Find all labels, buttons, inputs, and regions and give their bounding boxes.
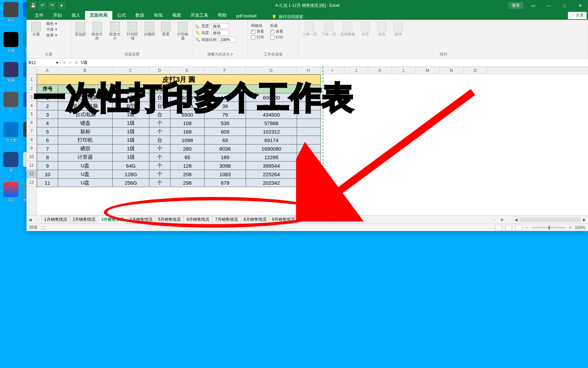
cell[interactable]: U盘 xyxy=(58,179,113,187)
cell[interactable]: 个 xyxy=(149,170,170,179)
width-input[interactable] xyxy=(211,23,229,29)
column-header[interactable]: A xyxy=(37,67,58,74)
cell[interactable]: 键盘 xyxy=(58,119,113,127)
zoom-slider[interactable] xyxy=(532,227,566,228)
redo-icon[interactable]: ↷ xyxy=(48,2,56,9)
cell[interactable] xyxy=(297,127,321,136)
cell[interactable]: 1级 xyxy=(113,144,149,153)
cell[interactable] xyxy=(297,144,321,153)
cell[interactable]: 硒鼓 xyxy=(58,144,113,153)
cell[interactable]: 396544 xyxy=(246,162,297,170)
login-button[interactable]: 登录 xyxy=(508,2,523,9)
minimize-icon[interactable]: — xyxy=(541,0,557,11)
cell[interactable] xyxy=(297,153,321,162)
rotate-button[interactable]: 旋转 xyxy=(391,21,406,37)
cell[interactable]: 298 xyxy=(170,179,205,187)
undo-icon[interactable]: ↶ xyxy=(39,2,46,9)
desktop-icon[interactable]: 本站 xyxy=(1,2,21,26)
sheet-tab[interactable]: 9月销售情况 xyxy=(269,216,298,224)
cell[interactable]: 计算器 xyxy=(58,153,113,162)
sheet-tab[interactable]: 11月销售情况 xyxy=(328,216,359,224)
tab-nav-more-icon[interactable]: ··· xyxy=(34,217,41,222)
sheet-tab[interactable]: 10月销售情况 xyxy=(297,216,328,224)
formula-bar[interactable]: U盘 xyxy=(81,60,586,65)
cell[interactable]: 1098 xyxy=(170,136,205,144)
cell[interactable]: 12285 xyxy=(246,153,297,162)
cell[interactable]: 202342 xyxy=(246,179,297,187)
group-button[interactable]: 组合 xyxy=(374,21,389,37)
tab-nav-more-right-icon[interactable]: ··· xyxy=(491,217,498,222)
sheet-tab[interactable]: 3月销售情况 xyxy=(98,216,127,224)
cell[interactable]: 208 xyxy=(170,170,205,179)
cell[interactable]: U盘 xyxy=(58,170,113,179)
column-header[interactable]: J xyxy=(344,67,368,74)
row-header[interactable]: 6 xyxy=(27,119,37,127)
height-input[interactable] xyxy=(211,30,229,35)
background-button[interactable]: 背景 xyxy=(158,21,173,37)
cell[interactable]: 128 xyxy=(170,162,205,170)
table-row[interactable]: 11U盘256G个298679202342 xyxy=(37,179,321,187)
fx-icon[interactable]: fx xyxy=(75,60,78,65)
normal-view-icon[interactable] xyxy=(495,225,502,230)
column-header[interactable]: F xyxy=(204,67,246,74)
tab-insert[interactable]: 插入 xyxy=(67,11,85,20)
cell[interactable] xyxy=(297,179,321,187)
ribbon-options-icon[interactable]: ▭ xyxy=(525,0,541,11)
zoom-level[interactable]: 100% xyxy=(575,225,585,230)
cell[interactable]: 63 xyxy=(205,136,246,144)
cell[interactable]: 679 xyxy=(205,179,246,187)
breaks-button[interactable]: 分隔符 xyxy=(142,21,157,37)
tab-home[interactable]: 开始 xyxy=(48,11,67,20)
column-header[interactable]: L xyxy=(392,67,416,74)
cell[interactable]: 10 xyxy=(37,170,58,179)
cell[interactable]: 65 xyxy=(170,153,205,162)
cell[interactable]: 个 xyxy=(149,179,170,187)
share-button[interactable]: ↗ 共享 xyxy=(568,12,587,19)
desktop-icon[interactable]: QQ xyxy=(1,182,21,206)
desktop-icon[interactable]: 电脑 xyxy=(1,62,21,86)
table-row[interactable]: 6打印机1级台10986369174 xyxy=(37,136,321,144)
column-header[interactable]: M xyxy=(416,67,440,74)
scale-input[interactable] xyxy=(219,37,236,42)
name-box[interactable]: B12▾ xyxy=(27,60,61,65)
row-header[interactable]: 7 xyxy=(27,127,37,136)
cell[interactable]: 64G xyxy=(113,162,149,170)
sheet-tab[interactable]: 1月销售情况 xyxy=(41,216,70,224)
hscroll-right-icon[interactable]: ▶ xyxy=(581,217,588,222)
cell[interactable]: 536 xyxy=(205,119,246,127)
cell[interactable] xyxy=(297,170,321,179)
cell[interactable]: U盘 xyxy=(58,162,113,170)
sheet-tab[interactable]: 5月销售情况 xyxy=(155,216,184,224)
cell[interactable]: 225264 xyxy=(246,170,297,179)
column-header[interactable]: O xyxy=(463,67,487,74)
cancel-formula-icon[interactable]: ✕ xyxy=(63,60,66,65)
select-all-corner[interactable] xyxy=(27,67,37,74)
tab-view[interactable]: 视图 xyxy=(167,11,186,20)
row-header[interactable]: 13 xyxy=(27,178,37,187)
hscroll-left-icon[interactable]: ◀ xyxy=(512,217,520,222)
gridlines-view-check[interactable]: 查看 xyxy=(251,29,264,34)
column-header[interactable]: E xyxy=(170,67,204,74)
cell[interactable]: 609 xyxy=(205,127,246,136)
cell[interactable]: 57888 xyxy=(246,119,297,127)
print-titles-button[interactable]: 打印标题 xyxy=(175,21,191,41)
cell[interactable]: 台 xyxy=(149,136,170,144)
colors-button[interactable]: 颜色 ▾ xyxy=(45,21,57,26)
table-row[interactable]: 7硒鼓1级个28060361690080 xyxy=(37,144,321,153)
row-header[interactable]: 10 xyxy=(27,153,37,161)
column-header[interactable]: N xyxy=(440,67,463,74)
cell[interactable]: 1级 xyxy=(113,127,149,136)
table-row[interactable]: 5鼠标1级个168609102312 xyxy=(37,127,321,136)
maximize-icon[interactable]: □ xyxy=(557,0,572,11)
page-break-view-icon[interactable] xyxy=(516,225,522,230)
tab-page-layout[interactable]: 页面布局 xyxy=(85,11,112,20)
cell[interactable]: 168 xyxy=(170,127,205,136)
orientation-button[interactable]: 纸张方向 xyxy=(89,21,105,41)
send-backward-button[interactable]: 下移一层 xyxy=(320,21,338,37)
cell[interactable]: 个 xyxy=(149,144,170,153)
column-header[interactable]: K xyxy=(368,67,392,74)
zoom-in-icon[interactable]: + xyxy=(569,225,571,230)
cell[interactable]: 8 xyxy=(37,153,58,162)
cell[interactable] xyxy=(297,136,321,144)
cell[interactable]: 个 xyxy=(149,119,170,127)
